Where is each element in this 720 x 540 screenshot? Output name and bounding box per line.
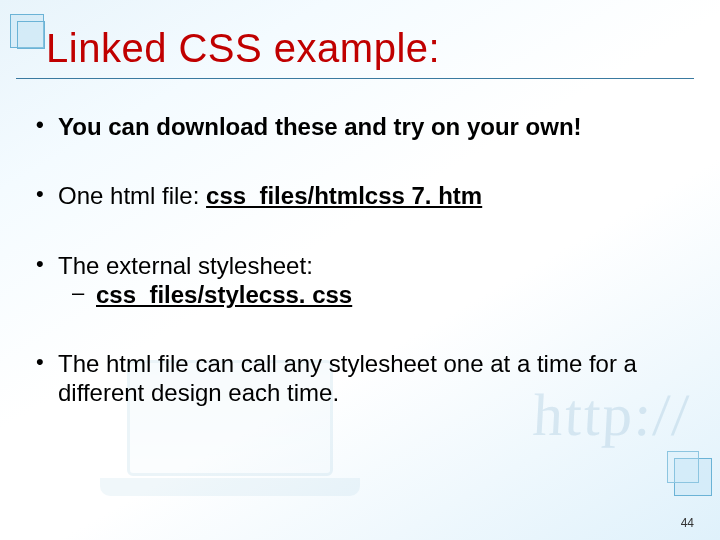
bullet-4: The html file can call any stylesheet on… bbox=[30, 349, 680, 408]
bullet-4-text: The html file can call any stylesheet on… bbox=[58, 350, 637, 406]
decor-top-left-icon bbox=[10, 14, 44, 48]
title-underline bbox=[16, 78, 694, 79]
bullet-2-prefix: One html file: bbox=[58, 182, 206, 209]
slide-title: Linked CSS example: bbox=[46, 26, 674, 75]
bullet-3-sub-link[interactable]: css_files/stylecss. css bbox=[96, 281, 352, 308]
bullet-2: One html file: css_files/htmlcss 7. htm bbox=[30, 181, 680, 210]
bullet-3-text: The external stylesheet: bbox=[58, 252, 313, 279]
bullet-3: The external stylesheet: css_files/style… bbox=[30, 251, 680, 310]
bullet-3-sub: css_files/stylecss. css bbox=[58, 280, 680, 309]
bullet-2-link[interactable]: css_files/htmlcss 7. htm bbox=[206, 182, 482, 209]
decor-bottom-right-icon bbox=[674, 458, 712, 496]
slide-body: You can download these and try on your o… bbox=[30, 112, 680, 408]
bullet-1-text: You can download these and try on your o… bbox=[58, 113, 582, 140]
slide: http:// Linked CSS example: You can down… bbox=[0, 0, 720, 540]
bullet-1: You can download these and try on your o… bbox=[30, 112, 680, 141]
page-number: 44 bbox=[681, 516, 694, 530]
title-wrap: Linked CSS example: bbox=[46, 26, 674, 75]
